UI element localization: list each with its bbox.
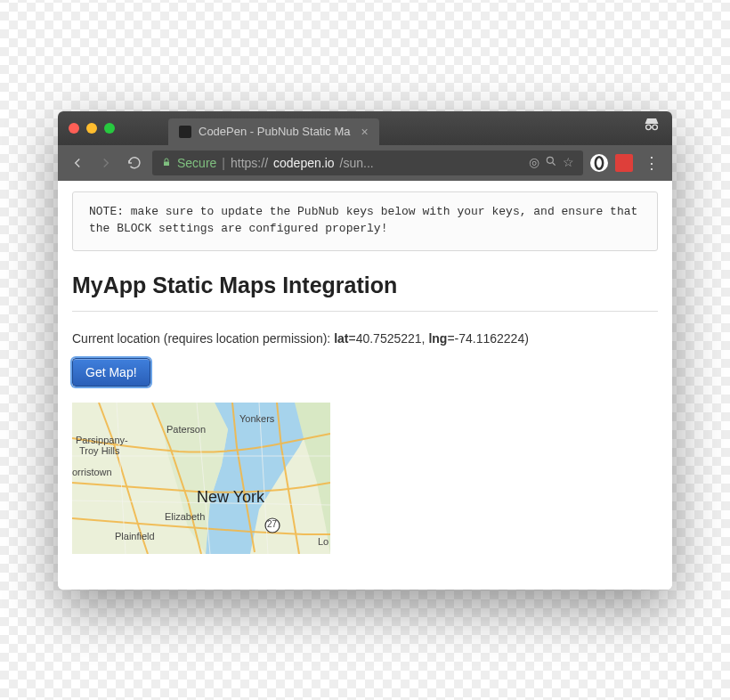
note-text: NOTE: make sure to update the PubNub key… (89, 205, 637, 236)
lat-label: lat (334, 331, 348, 346)
note-box: NOTE: make sure to update the PubNub key… (72, 191, 658, 251)
extensions (590, 154, 633, 172)
map-label-orristown: orristown (72, 467, 112, 477)
map-label-paterson: Paterson (166, 424, 206, 435)
zoom-icon[interactable] (545, 155, 557, 170)
url-separator: | (222, 156, 225, 170)
map-image: New York Yonkers Paterson Elizabeth Plai… (72, 403, 330, 554)
lng-value: =-74.1162224) (447, 331, 528, 346)
map-label-yonkers: Yonkers (239, 413, 274, 424)
map-label-lo: Lo (318, 536, 328, 547)
tab-favicon (179, 126, 191, 138)
lng-label: lng (428, 331, 447, 346)
browser-window: CodePen - PubNub Static Ma × Secure (58, 111, 672, 590)
map-label-newyork: New York (197, 488, 264, 507)
map-label-troyhills: Troy Hills (79, 445, 119, 456)
map-label-plainfield: Plainfield (115, 531, 155, 541)
close-button[interactable] (69, 123, 79, 134)
forward-button[interactable] (95, 152, 117, 174)
map-label-parsippany: Parsippany- (76, 435, 128, 445)
back-button[interactable] (67, 152, 88, 174)
page-title: MyApp Static Maps Integration (72, 273, 658, 298)
get-map-button[interactable]: Get Map! (72, 358, 150, 387)
secure-label: Secure (177, 156, 216, 170)
incognito-icon (642, 116, 661, 140)
location-line: Current location (requires location perm… (72, 331, 658, 346)
location-icon[interactable]: ◎ (529, 155, 539, 170)
menu-button[interactable]: ⋮ (640, 153, 663, 173)
map-label-route: 27 (267, 519, 277, 529)
browser-tab[interactable]: CodePen - PubNub Static Ma × (168, 118, 379, 145)
svg-point-3 (547, 157, 553, 163)
minimize-button[interactable] (86, 123, 97, 134)
page-content: NOTE: make sure to update the PubNub key… (58, 181, 672, 590)
url-scheme: https:// (231, 156, 268, 170)
svg-rect-2 (164, 161, 169, 166)
star-icon[interactable]: ☆ (563, 155, 574, 170)
tab-close-icon[interactable]: × (361, 125, 369, 139)
window-controls (58, 123, 115, 134)
url-host: codepen.io (273, 156, 335, 170)
svg-point-1 (653, 125, 658, 130)
tab-title: CodePen - PubNub Static Ma (199, 125, 351, 138)
lock-icon (161, 156, 172, 170)
reload-button[interactable] (124, 152, 145, 174)
map-label-elizabeth: Elizabeth (165, 511, 205, 522)
svg-point-0 (646, 125, 652, 130)
toolbar: Secure | https://codepen.io/sun... ◎ ☆ ⋮ (58, 145, 672, 181)
url-bar[interactable]: Secure | https://codepen.io/sun... ◎ ☆ (152, 151, 583, 175)
extension-icon-1[interactable] (590, 154, 608, 172)
url-path: /sun... (340, 156, 374, 170)
url-actions: ◎ ☆ (529, 155, 574, 170)
extension-icon-2[interactable] (615, 154, 633, 172)
location-prefix: Current location (requires location perm… (72, 331, 334, 346)
titlebar: CodePen - PubNub Static Ma × (58, 111, 672, 145)
maximize-button[interactable] (104, 123, 115, 134)
divider (72, 311, 658, 312)
lat-value: =40.7525221, (348, 331, 428, 346)
